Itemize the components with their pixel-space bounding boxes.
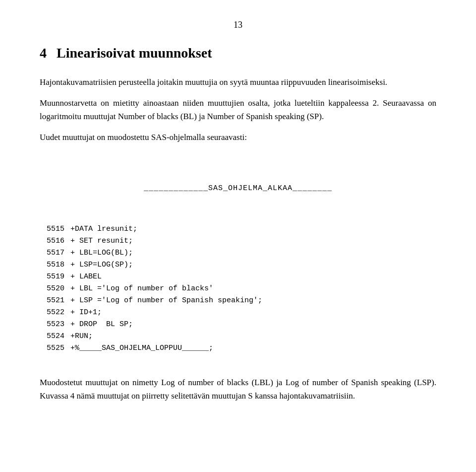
- paragraph-3: Uudet muuttujat on muodostettu SAS-ohjel…: [40, 131, 436, 144]
- code-line: 5520+ LBL ='Log of number of blacks': [40, 283, 436, 295]
- page-number: 13: [40, 20, 436, 30]
- chapter-heading: 4Linearisoivat muunnokset: [40, 45, 436, 61]
- paragraph-4: Muodostetut muuttujat on nimetty Log of …: [40, 376, 436, 403]
- line-content: + LBL ='Log of number of blacks': [70, 283, 213, 295]
- line-content: + ID+1;: [70, 307, 102, 319]
- code-line: 5518+ LSP=LOG(SP);: [40, 259, 436, 271]
- line-content: + LSP=LOG(SP);: [70, 259, 133, 271]
- chapter-title: Linearisoivat muunnokset: [57, 45, 212, 61]
- line-number: 5523: [40, 319, 64, 331]
- paragraph-2: Muunnostarvetta on mietitty ainoastaan n…: [40, 97, 436, 123]
- line-number: 5521: [40, 295, 64, 307]
- code-line: 5516+ SET resunit;: [40, 235, 436, 247]
- line-content: +DATA lresunit;: [70, 223, 137, 235]
- line-number: 5516: [40, 235, 64, 247]
- code-divider-start: _____________SAS_OHJELMA_ALKAA________: [40, 183, 436, 195]
- chapter-number: 4: [40, 45, 47, 61]
- line-content: + LSP ='Log of number of Spanish speakin…: [70, 295, 262, 307]
- line-number: 5515: [40, 223, 64, 235]
- code-line: 5517+ LBL=LOG(BL);: [40, 247, 436, 259]
- line-content: + SET resunit;: [70, 235, 133, 247]
- line-number: 5525: [40, 342, 64, 354]
- code-block: _____________SAS_OHJELMA_ALKAA________ 5…: [40, 154, 436, 366]
- code-line: 5524+RUN;: [40, 331, 436, 342]
- line-number: 5520: [40, 283, 64, 295]
- paragraph-1: Hajontakuvamatriisien perusteella joitak…: [40, 76, 436, 89]
- line-number: 5517: [40, 247, 64, 259]
- line-content: + LBL=LOG(BL);: [70, 247, 133, 259]
- line-number: 5522: [40, 307, 64, 319]
- code-lines: 5515+DATA lresunit;5516+ SET resunit;551…: [40, 223, 436, 354]
- code-line: 5523+ DROP BL SP;: [40, 319, 436, 331]
- line-number: 5519: [40, 271, 64, 283]
- line-content: + LABEL: [70, 271, 102, 283]
- line-content: +RUN;: [70, 331, 93, 342]
- line-number: 5524: [40, 331, 64, 342]
- code-line: 5521+ LSP ='Log of number of Spanish spe…: [40, 295, 436, 307]
- code-line: 5515+DATA lresunit;: [40, 223, 436, 235]
- code-line: 5522+ ID+1;: [40, 307, 436, 319]
- line-number: 5518: [40, 259, 64, 271]
- code-line: 5525+%_____SAS_OHJELMA_LOPPUU______;: [40, 342, 436, 354]
- line-content: + DROP BL SP;: [70, 319, 133, 331]
- line-content: +%_____SAS_OHJELMA_LOPPUU______;: [70, 342, 213, 354]
- code-line: 5519+ LABEL: [40, 271, 436, 283]
